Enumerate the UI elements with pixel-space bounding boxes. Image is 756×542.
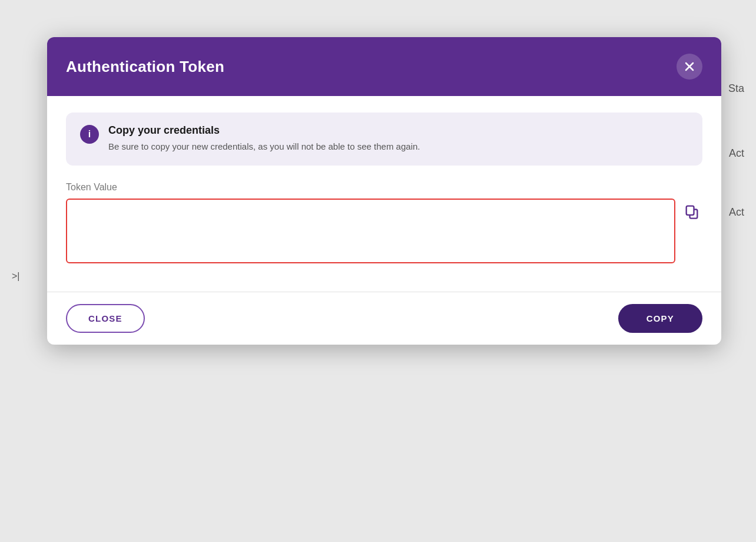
- svg-rect-3: [687, 206, 694, 214]
- modal-title: Authentication Token: [66, 58, 224, 76]
- copy-token-icon-button[interactable]: [681, 201, 702, 222]
- bg-action-label2: Act: [729, 206, 744, 219]
- modal-close-button[interactable]: [677, 54, 702, 80]
- info-banner: i Copy your credentials Be sure to copy …: [66, 113, 702, 166]
- modal-body: i Copy your credentials Be sure to copy …: [47, 96, 721, 292]
- info-icon: i: [80, 125, 99, 144]
- copy-icon: [684, 203, 700, 220]
- authentication-token-modal: Authentication Token i Copy your credent…: [47, 37, 721, 345]
- token-value-textarea[interactable]: [66, 199, 675, 263]
- info-banner-description: Be sure to copy your new credentials, as…: [108, 140, 688, 154]
- modal-header: Authentication Token: [47, 37, 721, 96]
- token-input-row: [66, 199, 702, 263]
- x-icon: [684, 61, 695, 72]
- bg-action-label1: Act: [729, 147, 744, 160]
- bg-sidebar-arrow: >|: [12, 271, 20, 282]
- modal-footer: CLOSE COPY: [47, 292, 721, 345]
- copy-button[interactable]: COPY: [618, 304, 702, 333]
- token-value-label: Token Value: [66, 182, 702, 193]
- close-button[interactable]: CLOSE: [66, 304, 145, 333]
- info-content: Copy your credentials Be sure to copy yo…: [108, 124, 688, 154]
- bg-status-label: Sta: [728, 82, 744, 95]
- info-banner-title: Copy your credentials: [108, 124, 688, 137]
